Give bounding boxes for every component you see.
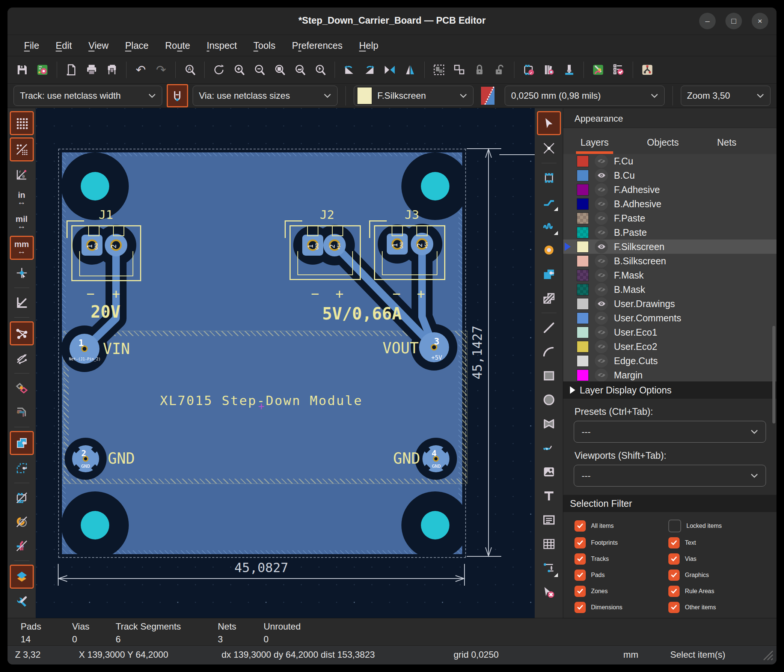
voltage-label-5v[interactable]: 5V/0,66A bbox=[322, 304, 402, 323]
eye-hidden-icon[interactable] bbox=[595, 226, 608, 239]
units-mils-button[interactable]: mil↔ bbox=[11, 212, 33, 233]
footprint-outline-mode-button[interactable] bbox=[11, 487, 33, 509]
net-color-mode-button[interactable] bbox=[11, 377, 33, 399]
auto-track-width-toggle[interactable] bbox=[167, 84, 188, 107]
pad-outline-mode-button[interactable] bbox=[11, 511, 33, 533]
eye-visible-icon[interactable] bbox=[595, 169, 608, 182]
zoom-in-button[interactable] bbox=[230, 60, 249, 80]
rotate-ccw-button[interactable] bbox=[340, 60, 359, 80]
units-mm-button[interactable]: mm↔ bbox=[10, 236, 34, 260]
layer-color-swatch[interactable] bbox=[577, 355, 589, 367]
layer-color-swatch[interactable] bbox=[577, 213, 589, 224]
layer-row-b-mask[interactable]: B.Mask bbox=[563, 282, 776, 297]
layer-color-swatch[interactable] bbox=[577, 184, 589, 196]
search-button[interactable]: A bbox=[180, 60, 199, 80]
draw-polygon-button[interactable] bbox=[538, 413, 560, 435]
layer-row-b-cu[interactable]: B.Cu bbox=[563, 168, 776, 182]
filter-checkbox-locked-items[interactable] bbox=[668, 520, 681, 532]
menu-place[interactable]: Place bbox=[125, 40, 149, 51]
layer-color-swatch[interactable] bbox=[577, 312, 589, 324]
zone-fill-display-button[interactable] bbox=[10, 431, 34, 455]
update-pcb-from-schematic-button[interactable] bbox=[589, 60, 608, 80]
print-button[interactable] bbox=[82, 60, 101, 80]
delete-tool-button[interactable] bbox=[538, 581, 560, 603]
flip-horizontal-button[interactable] bbox=[380, 60, 399, 80]
filter-checkbox-dimensions[interactable] bbox=[574, 602, 586, 613]
grid-select[interactable]: 0,0250 mm (0,98 mils) bbox=[505, 86, 664, 106]
layer-display-options[interactable]: Layer Display Options bbox=[563, 381, 776, 399]
ref-designator-j1[interactable]: J1 bbox=[99, 208, 114, 222]
panel-scrollbar[interactable] bbox=[772, 326, 775, 423]
place-via-button[interactable] bbox=[538, 239, 560, 261]
zoom-fit-objects-button[interactable] bbox=[291, 60, 310, 80]
pin-label-gnd-right[interactable]: GND bbox=[393, 450, 420, 467]
tune-length-button[interactable] bbox=[538, 215, 560, 237]
layer-row-user-eco2[interactable]: User.Eco2 bbox=[563, 339, 776, 354]
filter-checkbox-tracks[interactable] bbox=[574, 553, 586, 565]
grid-overrides-button[interactable] bbox=[10, 137, 34, 162]
unlock-button[interactable] bbox=[490, 60, 509, 80]
filter-checkbox-rule-areas[interactable] bbox=[668, 586, 680, 597]
layer-row-f-mask[interactable]: F.Mask bbox=[563, 268, 776, 282]
layer-row-user-drawings[interactable]: User.Drawings bbox=[563, 297, 776, 311]
zone-outline-display-button[interactable] bbox=[11, 457, 33, 479]
pin-label-vout[interactable]: VOUT bbox=[383, 339, 418, 357]
layer-color-swatch[interactable] bbox=[577, 198, 589, 210]
eye-hidden-icon[interactable] bbox=[595, 183, 608, 196]
net-inspector-button[interactable] bbox=[638, 60, 657, 80]
filter-checkbox-graphics[interactable] bbox=[668, 569, 680, 581]
filter-checkbox-text[interactable] bbox=[668, 537, 680, 549]
menu-inspect[interactable]: Inspect bbox=[207, 40, 237, 51]
place-image-button[interactable] bbox=[538, 461, 560, 483]
pcb-canvas[interactable]: J1 J2 J3 − + − + − + 20V 5V/0,66A VIN VO… bbox=[36, 108, 535, 618]
3d-viewer-button[interactable] bbox=[560, 60, 579, 80]
pin-label-vin[interactable]: VIN bbox=[103, 340, 130, 358]
board-setup-button[interactable] bbox=[33, 60, 52, 80]
voltage-label-20v[interactable]: 20V bbox=[90, 302, 120, 321]
rotate-cw-button[interactable] bbox=[360, 60, 379, 80]
dimension-button[interactable] bbox=[538, 557, 560, 579]
maximize-button[interactable]: □ bbox=[725, 13, 742, 29]
footprint-j1[interactable] bbox=[72, 225, 141, 281]
eye-hidden-icon[interactable] bbox=[595, 255, 608, 268]
layer-row-f-silkscreen[interactable]: F.Silkscreen bbox=[563, 240, 776, 254]
eye-hidden-icon[interactable] bbox=[595, 212, 608, 225]
filter-checkbox-all-items[interactable] bbox=[574, 520, 586, 532]
footprint-browser-button[interactable] bbox=[540, 60, 558, 80]
track-width-select[interactable]: Track: use netclass width bbox=[14, 86, 162, 106]
eye-visible-icon[interactable] bbox=[595, 297, 608, 311]
menu-route[interactable]: Route bbox=[165, 40, 190, 51]
layer-row-margin[interactable]: Margin bbox=[563, 368, 776, 381]
filter-checkbox-other-items[interactable] bbox=[668, 602, 680, 613]
eye-hidden-icon[interactable] bbox=[595, 369, 608, 382]
ungroup-button[interactable] bbox=[450, 60, 468, 80]
route-tracks-button[interactable] bbox=[538, 191, 560, 213]
layer-row-f-adhesive[interactable]: F.Adhesive bbox=[563, 182, 776, 197]
highlight-net-button[interactable] bbox=[538, 137, 560, 159]
menu-edit[interactable]: Edit bbox=[56, 40, 72, 51]
layer-row-b-silkscreen[interactable]: B.Silkscreen bbox=[563, 254, 776, 268]
zoom-select[interactable]: Zoom 3,50 bbox=[681, 86, 770, 106]
tab-objects[interactable]: Objects bbox=[645, 133, 681, 154]
crosshair-cursor-button[interactable] bbox=[11, 262, 33, 284]
curved-ratsnest-button[interactable] bbox=[11, 348, 33, 369]
eye-hidden-icon[interactable] bbox=[595, 312, 608, 325]
eye-hidden-icon[interactable] bbox=[595, 326, 608, 339]
close-button[interactable]: × bbox=[752, 13, 768, 29]
dimension-vertical-label[interactable]: 45,1427 bbox=[470, 325, 485, 379]
active-layer-select[interactable]: F.Silkscreen bbox=[354, 86, 473, 106]
menu-view[interactable]: View bbox=[88, 40, 109, 51]
zoom-fit-button[interactable] bbox=[270, 60, 289, 80]
presets-select[interactable]: --- bbox=[574, 421, 766, 443]
menu-help[interactable]: Help bbox=[359, 40, 378, 51]
redo-button[interactable]: ↷ bbox=[152, 60, 171, 80]
layer-color-swatch[interactable] bbox=[577, 227, 589, 238]
layer-row-b-adhesive[interactable]: B.Adhesive bbox=[563, 197, 776, 211]
layer-color-swatch[interactable] bbox=[577, 327, 589, 338]
eye-hidden-icon[interactable] bbox=[595, 155, 608, 168]
filter-checkbox-footprints[interactable] bbox=[574, 537, 586, 549]
viewports-select[interactable]: --- bbox=[574, 465, 766, 487]
resize-grip[interactable] bbox=[761, 649, 774, 661]
group-button[interactable] bbox=[429, 60, 448, 80]
layer-color-swatch[interactable] bbox=[577, 255, 589, 267]
